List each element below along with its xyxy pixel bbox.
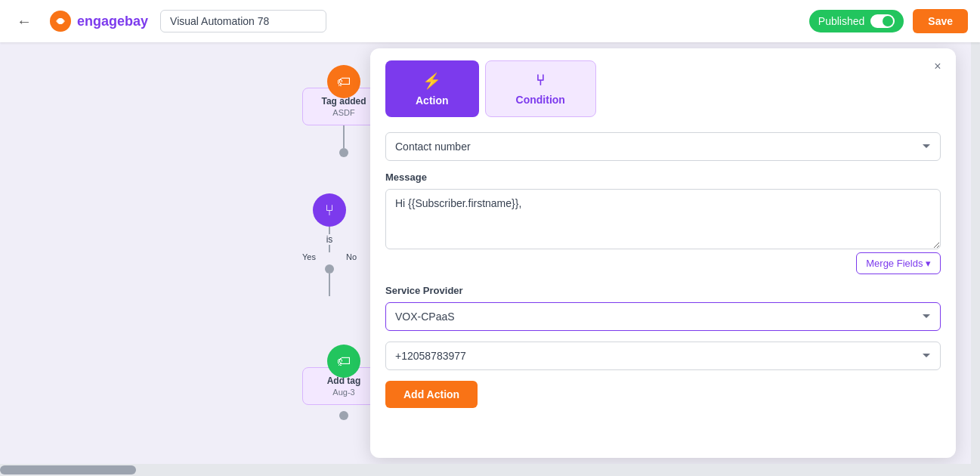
condition-tab-icon: ⑂ bbox=[536, 72, 545, 89]
add-action-button[interactable]: Add Action bbox=[385, 381, 478, 408]
close-icon: × bbox=[934, 60, 941, 73]
tab-condition[interactable]: ⑂ Condition bbox=[485, 60, 596, 117]
horizontal-scrollbar-thumb bbox=[0, 465, 136, 474]
contact-number-group: Contact number bbox=[385, 132, 941, 161]
svg-point-1 bbox=[57, 18, 63, 24]
service-provider-label: Service Provider bbox=[385, 285, 941, 296]
logo-icon bbox=[48, 9, 73, 33]
tag-icon: 🏷 bbox=[337, 74, 351, 90]
connector-line-4 bbox=[329, 274, 330, 296]
condition-label: is bbox=[326, 234, 333, 245]
phone-number-select[interactable]: +12058783977 bbox=[385, 342, 941, 370]
published-label: Published bbox=[818, 15, 865, 27]
node-condition[interactable]: ⑂ is Yes No bbox=[302, 193, 357, 296]
tag-added-circle: 🏷 bbox=[327, 65, 360, 98]
connector-dot-1 bbox=[339, 148, 348, 157]
back-icon: ← bbox=[17, 13, 32, 30]
message-label: Message bbox=[385, 172, 941, 183]
connector-line-1 bbox=[343, 125, 345, 148]
merge-fields-label: Merge Fields ▾ bbox=[866, 258, 931, 269]
connector-dot-2 bbox=[325, 264, 334, 274]
panel-close-button[interactable]: × bbox=[929, 57, 947, 76]
service-provider-select[interactable]: VOX-CPaaS bbox=[385, 302, 941, 331]
phone-number-group: +12058783977 bbox=[385, 342, 941, 370]
action-condition-panel: × ⚡ Action ⑂ Condition Contact number bbox=[370, 48, 956, 458]
back-button[interactable]: ← bbox=[12, 9, 36, 33]
branch-labels: Yes No bbox=[302, 252, 357, 264]
automation-title-input[interactable] bbox=[160, 10, 326, 32]
service-provider-group: Service Provider VOX-CPaaS bbox=[385, 285, 941, 331]
tag-added-subtitle: ASDF bbox=[315, 108, 373, 117]
condition-circle: ⑂ bbox=[313, 193, 346, 227]
message-group: Message Hi {{Subscriber.firstname}}, Mer… bbox=[385, 172, 941, 274]
toggle-switch[interactable] bbox=[870, 14, 895, 28]
panel-body: Contact number Message Hi {{Subscriber.f… bbox=[370, 117, 956, 458]
contact-number-select[interactable]: Contact number bbox=[385, 132, 941, 161]
action-tab-label: Action bbox=[416, 94, 449, 107]
message-textarea[interactable]: Hi {{Subscriber.firstname}}, bbox=[385, 189, 941, 249]
add-tag-subtitle: Aug-3 bbox=[315, 388, 373, 397]
condition-tab-label: Condition bbox=[516, 94, 565, 106]
tab-action[interactable]: ⚡ Action bbox=[385, 60, 479, 117]
published-toggle[interactable]: Published bbox=[809, 10, 904, 32]
yes-branch-label: Yes bbox=[302, 252, 316, 261]
save-button[interactable]: Save bbox=[913, 9, 968, 33]
panel-tabs: ⚡ Action ⑂ Condition bbox=[370, 48, 956, 117]
connector-line-2 bbox=[329, 227, 330, 234]
connector-line-3 bbox=[329, 245, 330, 252]
add-tag-icon: 🏷 bbox=[337, 354, 351, 369]
connector-dot-3 bbox=[339, 411, 348, 420]
add-tag-circle: 🏷 bbox=[327, 345, 360, 378]
logo-text: engagebay bbox=[77, 14, 148, 29]
merge-fields-row: Merge Fields ▾ bbox=[385, 252, 941, 274]
merge-fields-button[interactable]: Merge Fields ▾ bbox=[856, 252, 941, 274]
canvas: + 🏷 Tag added ASDF ⑂ is Yes No 🏷 bbox=[0, 42, 971, 464]
action-tab-icon: ⚡ bbox=[422, 72, 441, 90]
vertical-scrollbar[interactable] bbox=[971, 0, 980, 476]
header-right: Published Save bbox=[809, 9, 968, 33]
header: ← engagebay Published Save bbox=[0, 0, 980, 42]
logo: engagebay bbox=[48, 9, 148, 33]
horizontal-scrollbar[interactable] bbox=[0, 464, 971, 476]
no-branch-label: No bbox=[346, 252, 357, 261]
